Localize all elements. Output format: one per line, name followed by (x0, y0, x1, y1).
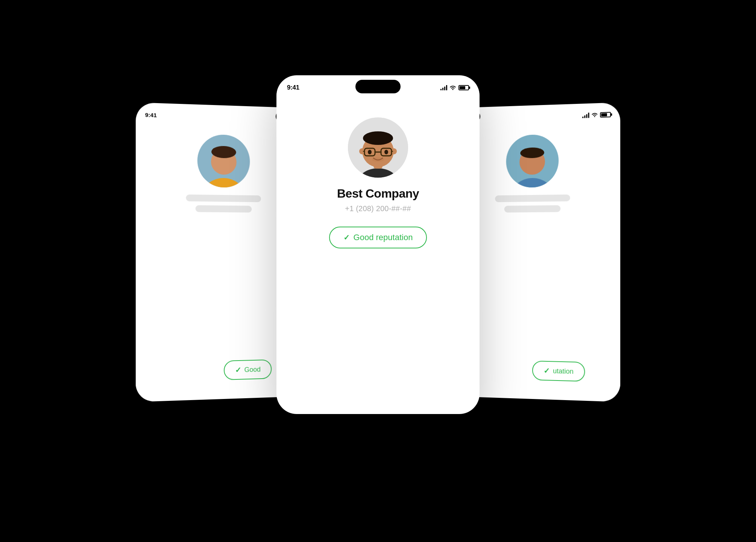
status-bar-center: 9:41 (276, 75, 480, 95)
phone-placeholder-right (504, 205, 561, 213)
svg-point-21 (384, 150, 388, 154)
signal-icon-center (440, 85, 447, 90)
battery-icon-center (458, 85, 469, 90)
time-center: 9:41 (287, 84, 299, 91)
battery-fill-center (460, 86, 465, 89)
reputation-badge-right: ✓ utation (532, 361, 585, 382)
phone-center: 9:41 (276, 75, 480, 414)
scene: 9:41 ✓ G (115, 45, 641, 497)
check-icon-left: ✓ (235, 365, 241, 375)
reputation-badge-left: ✓ Good (224, 359, 272, 380)
signal-bar-c3 (444, 87, 445, 90)
avatar-right-image (506, 134, 559, 188)
phone-content: Best Company +1 (208) 200-##-## ✓ Good r… (276, 95, 480, 248)
time-left: 9:41 (145, 111, 157, 118)
svg-point-20 (368, 150, 372, 154)
svg-point-22 (372, 157, 384, 162)
signal-bar-1 (582, 117, 583, 118)
name-placeholder-left (186, 195, 261, 202)
avatar-left (197, 134, 250, 188)
check-icon-center: ✓ (343, 233, 350, 242)
battery-fill-right (601, 113, 607, 117)
reputation-badge-center: ✓ Good reputation (329, 227, 427, 248)
reputation-label-right: utation (553, 367, 574, 376)
dynamic-island-center (355, 80, 401, 93)
avatar-right (506, 134, 559, 188)
avatar-center (348, 117, 408, 178)
signal-bar-c1 (440, 89, 442, 90)
status-icons-center (440, 85, 469, 91)
check-icon-right: ✓ (543, 366, 550, 376)
battery-icon-right (600, 112, 611, 117)
wifi-icon-center (449, 85, 456, 91)
signal-bar-c4 (446, 85, 447, 90)
reputation-label-center: Good reputation (354, 233, 413, 242)
signal-bar-4 (588, 113, 589, 118)
signal-bar-c2 (442, 88, 443, 90)
phone-placeholder-left (196, 205, 252, 213)
avatar-center-image (348, 117, 408, 178)
phone-number: +1 (208) 200-##-## (345, 204, 411, 213)
signal-bar-3 (586, 114, 587, 118)
company-name: Best Company (337, 187, 419, 201)
signal-bar-2 (584, 116, 585, 118)
status-icons-right (582, 111, 611, 119)
avatar-left-image (197, 134, 250, 188)
signal-icon-right (582, 113, 589, 118)
name-placeholder-right (495, 195, 570, 202)
wifi-icon-right (592, 112, 598, 118)
svg-point-12 (363, 131, 393, 145)
reputation-label-left: Good (244, 365, 261, 374)
